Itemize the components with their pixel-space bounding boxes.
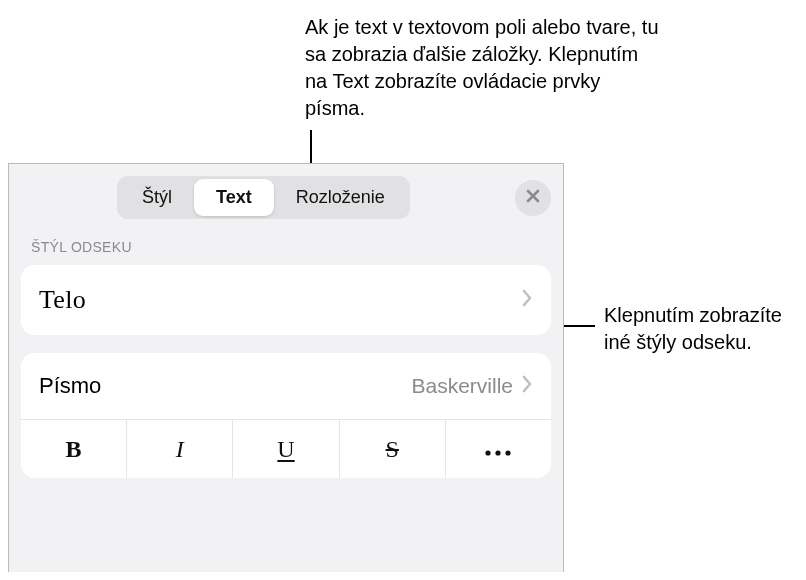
bold-button[interactable]: B xyxy=(21,420,126,478)
svg-point-0 xyxy=(486,450,491,455)
paragraph-style-row[interactable]: Telo xyxy=(21,265,551,335)
font-row[interactable]: Písmo Baskerville xyxy=(21,353,551,419)
tab-layout[interactable]: Rozloženie xyxy=(274,179,407,216)
font-card: Písmo Baskerville B I U S xyxy=(21,353,551,478)
close-button[interactable] xyxy=(515,180,551,216)
more-text-options-button[interactable] xyxy=(445,420,551,478)
svg-point-2 xyxy=(506,450,511,455)
tab-text[interactable]: Text xyxy=(194,179,274,216)
tab-style[interactable]: Štýl xyxy=(120,179,194,216)
italic-button[interactable]: I xyxy=(126,420,232,478)
underline-button[interactable]: U xyxy=(232,420,338,478)
text-style-buttons-row: B I U S xyxy=(21,419,551,478)
svg-point-1 xyxy=(496,450,501,455)
chevron-right-icon xyxy=(521,375,533,397)
font-row-value: Baskerville xyxy=(411,374,513,398)
format-panel: Štýl Text Rozloženie ŠTÝL ODSEKU Telo xyxy=(8,163,564,572)
callout-right: Klepnutím zobrazíte iné štýly odseku. xyxy=(604,302,784,356)
strikethrough-glyph: S xyxy=(386,436,399,463)
font-row-label: Písmo xyxy=(39,373,101,399)
underline-glyph: U xyxy=(277,436,294,463)
section-label-paragraph-style: ŠTÝL ODSEKU xyxy=(9,233,563,265)
paragraph-style-value: Telo xyxy=(39,285,86,315)
panel-header: Štýl Text Rozloženie xyxy=(9,164,563,233)
callout-top: Ak je text v textovom poli alebo tvare, … xyxy=(305,14,665,122)
chevron-right-icon xyxy=(521,289,533,311)
paragraph-style-card: Telo xyxy=(21,265,551,335)
strikethrough-button[interactable]: S xyxy=(339,420,445,478)
more-icon xyxy=(484,435,512,463)
close-icon xyxy=(525,188,541,208)
tab-segmented-control: Štýl Text Rozloženie xyxy=(117,176,410,219)
